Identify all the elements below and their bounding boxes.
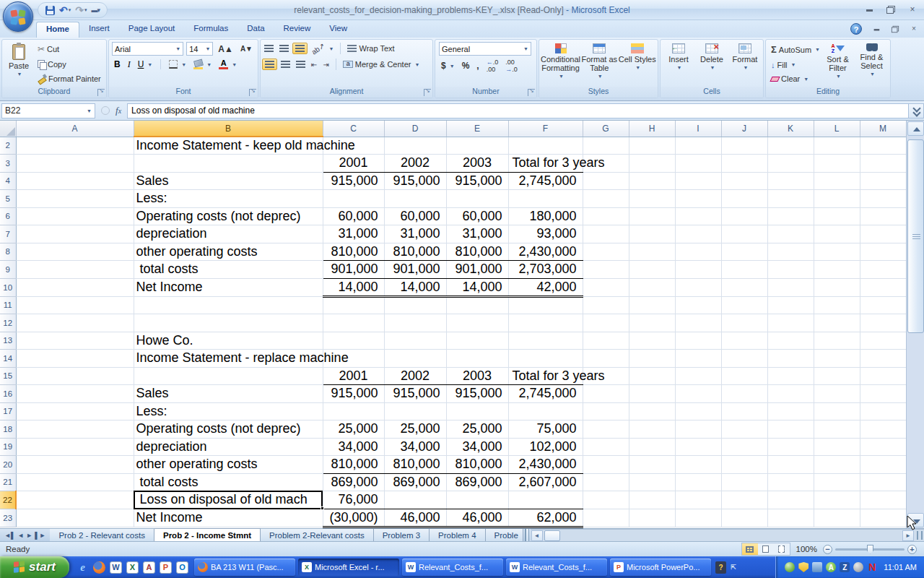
cell-K17[interactable] xyxy=(767,402,814,420)
cell-A13[interactable] xyxy=(16,332,134,350)
cell-C21[interactable]: 869,000 xyxy=(323,473,384,491)
clear-button[interactable]: Clear▼ xyxy=(769,74,819,84)
cell-E5[interactable] xyxy=(446,190,508,208)
font-color-button[interactable]: A▼ xyxy=(217,59,239,70)
cell-L12[interactable] xyxy=(814,314,860,332)
cell-J2[interactable] xyxy=(721,137,767,155)
cell-B15[interactable] xyxy=(134,367,323,385)
cell-K13[interactable] xyxy=(767,332,814,350)
cell-B13[interactable]: Howe Co. xyxy=(134,332,323,350)
row-header-8[interactable]: 8 xyxy=(0,243,16,261)
cell-F3[interactable]: Total for 3 years xyxy=(508,155,583,173)
format-cells-button[interactable]: Format▼ xyxy=(729,41,761,86)
cell-B16[interactable]: Sales xyxy=(134,385,323,403)
cell-J7[interactable] xyxy=(721,225,767,243)
cell-I2[interactable] xyxy=(675,137,721,155)
cell-C7[interactable]: 31,000 xyxy=(323,225,384,243)
cell-D12[interactable] xyxy=(384,314,446,332)
taskbar-button-relevant-costs-f[interactable]: WRelevant_Costs_f... xyxy=(402,558,503,576)
cell-B20[interactable]: other operating costs xyxy=(134,456,323,474)
row-header-14[interactable]: 14 xyxy=(0,350,16,368)
tab-insert[interactable]: Insert xyxy=(79,22,119,38)
cell-H21[interactable] xyxy=(629,473,675,491)
cell-K5[interactable] xyxy=(767,190,814,208)
cell-A17[interactable] xyxy=(16,402,134,420)
cell-H6[interactable] xyxy=(629,207,675,225)
cell-J9[interactable] xyxy=(721,261,767,279)
cell-J20[interactable] xyxy=(721,456,767,474)
cell-M14[interactable] xyxy=(860,350,906,368)
row-header-23[interactable]: 23 xyxy=(0,509,16,527)
cell-I5[interactable] xyxy=(675,190,721,208)
row-header-12[interactable]: 12 xyxy=(0,314,16,332)
cell-L18[interactable] xyxy=(814,420,860,439)
cell-A10[interactable] xyxy=(16,278,134,296)
cell-L23[interactable] xyxy=(814,509,860,527)
cell-B19[interactable]: depreciation xyxy=(134,438,323,456)
office-button[interactable] xyxy=(3,1,33,32)
cell-D2[interactable] xyxy=(384,137,446,155)
cell-E6[interactable]: 60,000 xyxy=(446,207,508,225)
cell-A2[interactable] xyxy=(16,137,134,155)
cell-J4[interactable] xyxy=(721,172,767,190)
page-break-view-button[interactable] xyxy=(774,543,790,555)
cell-J8[interactable] xyxy=(721,243,767,261)
cell-F13[interactable] xyxy=(508,332,583,350)
cell-F6[interactable]: 180,000 xyxy=(508,207,583,225)
row-header-22[interactable]: 22 xyxy=(0,491,16,509)
fill-color-button[interactable]: ▼ xyxy=(191,59,214,70)
cell-D10[interactable]: 14,000 xyxy=(384,278,446,296)
cell-E14[interactable] xyxy=(446,350,508,368)
cell-H7[interactable] xyxy=(629,225,675,243)
cell-G17[interactable] xyxy=(583,402,629,420)
row-header-18[interactable]: 18 xyxy=(0,420,16,439)
fill-handle[interactable] xyxy=(321,506,324,510)
cell-K2[interactable] xyxy=(767,137,814,155)
zoom-slider-track[interactable] xyxy=(835,548,905,551)
cell-B2[interactable]: Income Statement - keep old machine xyxy=(134,137,323,155)
minimize-button[interactable] xyxy=(863,4,875,14)
column-header-H[interactable]: H xyxy=(629,121,675,137)
cell-A19[interactable] xyxy=(16,438,134,456)
cell-I19[interactable] xyxy=(675,438,721,456)
shrink-font-button[interactable]: A▼ xyxy=(238,44,255,53)
cell-B12[interactable] xyxy=(134,314,323,332)
cell-L20[interactable] xyxy=(814,456,860,474)
cell-D9[interactable]: 901,000 xyxy=(384,261,446,279)
cell-H20[interactable] xyxy=(629,456,675,474)
sheet-tab-problem-4[interactable]: Problem 4 xyxy=(430,529,485,541)
cell-A21[interactable] xyxy=(16,473,134,491)
cell-M21[interactable] xyxy=(860,473,906,491)
cell-A12[interactable] xyxy=(16,314,134,332)
cell-I12[interactable] xyxy=(675,314,721,332)
workbook-minimize-button[interactable] xyxy=(871,25,881,33)
cell-G2[interactable] xyxy=(583,137,629,155)
name-box-dropdown-icon[interactable]: ▼ xyxy=(87,108,92,113)
cell-D13[interactable] xyxy=(384,332,446,350)
cell-F14[interactable] xyxy=(508,350,583,368)
cell-C15[interactable]: 2001 xyxy=(323,367,384,385)
cell-H23[interactable] xyxy=(629,509,675,527)
cell-C13[interactable] xyxy=(323,332,384,350)
cell-E9[interactable]: 901,000 xyxy=(446,261,508,279)
cell-L8[interactable] xyxy=(814,243,860,261)
normal-view-button[interactable] xyxy=(742,543,758,555)
taskbar-button-relevant-costs-f[interactable]: WRelevant_Costs_f... xyxy=(506,558,607,576)
cell-F11[interactable] xyxy=(508,296,583,314)
cell-M5[interactable] xyxy=(860,190,906,208)
cell-B17[interactable]: Less: xyxy=(134,402,323,420)
row-header-7[interactable]: 7 xyxy=(0,225,16,243)
cell-M23[interactable] xyxy=(860,509,906,527)
cell-M13[interactable] xyxy=(860,332,906,350)
cell-M19[interactable] xyxy=(860,438,906,456)
tab-page-layout[interactable]: Page Layout xyxy=(119,22,185,38)
cell-K8[interactable] xyxy=(767,243,814,261)
cell-F7[interactable]: 93,000 xyxy=(508,225,583,243)
sheet-tab-problem-3[interactable]: Problem 3 xyxy=(374,529,430,541)
outlook-icon[interactable]: O xyxy=(176,561,188,574)
paste-button[interactable]: Paste ▼ xyxy=(4,41,34,86)
cell-B22[interactable]: Loss on disposal of old mach xyxy=(134,491,323,509)
last-sheet-button[interactable]: ▌► xyxy=(35,532,45,539)
vertical-scrollbar[interactable] xyxy=(906,121,924,528)
cell-G12[interactable] xyxy=(583,314,629,332)
